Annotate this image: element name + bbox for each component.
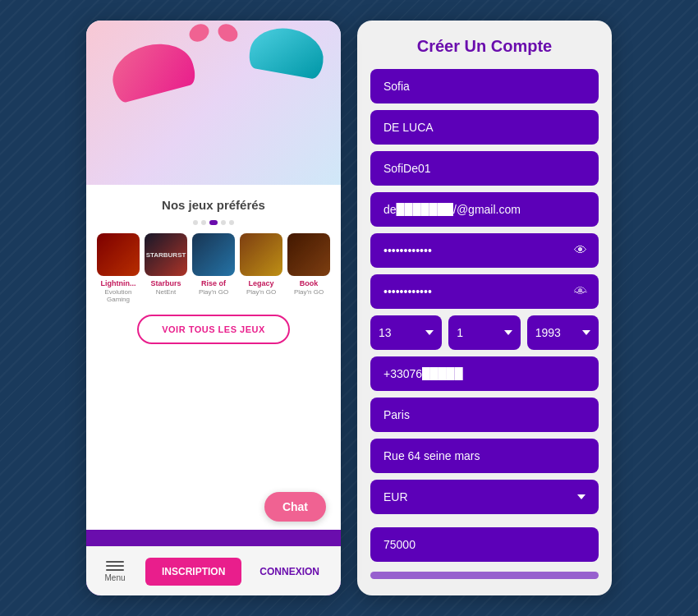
first-name-field (370, 69, 599, 103)
game-provider-3: Play'n GO (199, 288, 228, 296)
phone-input[interactable] (370, 356, 599, 391)
last-name-field (370, 110, 599, 145)
address-field (370, 439, 599, 473)
password-field: 👁 (370, 233, 599, 268)
game-provider-1: Evolution Gaming (97, 288, 140, 303)
email-input[interactable] (370, 192, 599, 227)
password-confirm-field: 👁 (370, 274, 599, 309)
menu-bar-3 (106, 569, 124, 571)
games-grid: Lightnin... Evolution Gaming STARBURST S… (99, 233, 328, 303)
section-title: Nos jeux préférés (99, 198, 328, 212)
hero-area (86, 21, 341, 185)
show-password-icon[interactable]: 👁 (574, 243, 587, 258)
currency-select[interactable]: EUR (370, 480, 599, 514)
game-thumb-book (287, 233, 330, 276)
game-thumb-rise (192, 233, 235, 276)
game-thumb-lightning (97, 233, 140, 276)
password-confirm-input[interactable] (370, 274, 599, 309)
dot-2 (201, 220, 206, 225)
dob-row: 13 1 1993 (370, 315, 599, 350)
form-title: Créer Un Compte (370, 37, 599, 56)
game-card-1[interactable]: Lightnin... Evolution Gaming (97, 233, 140, 303)
game-name-2: Starburs (150, 279, 181, 288)
menu-label: Menu (104, 573, 125, 582)
city-input[interactable] (370, 398, 599, 432)
ribbon-decoration (189, 25, 238, 57)
menu-button[interactable]: Menu (86, 554, 144, 589)
inscription-button[interactable]: INSCRIPTION (145, 558, 241, 586)
last-name-input[interactable] (370, 110, 599, 145)
dot-5 (229, 220, 234, 225)
chat-button[interactable]: Chat (264, 492, 326, 522)
bottom-bar: Menu INSCRIPTION CONNEXION (86, 546, 341, 595)
menu-bar-1 (106, 561, 124, 563)
game-card-3[interactable]: Rise of Play'n GO (192, 233, 235, 303)
game-card-5[interactable]: Book Play'n GO (287, 233, 330, 303)
currency-field: EUR (370, 480, 599, 521)
game-name-5: Book (300, 279, 319, 288)
game-name-3: Rise of (201, 279, 226, 288)
dob-day-select[interactable]: 13 (370, 315, 442, 350)
shoe-pink-decoration (106, 35, 198, 104)
city-field (370, 398, 599, 432)
address-input[interactable] (370, 439, 599, 473)
game-provider-4: Play'n GO (246, 288, 276, 296)
username-input[interactable] (370, 151, 599, 186)
dob-month-select[interactable]: 1 (448, 315, 520, 350)
auth-buttons: INSCRIPTION CONNEXION (144, 558, 341, 586)
phone-field (370, 356, 599, 391)
game-name-1: Lightnin... (101, 279, 136, 288)
game-provider-2: NetEnt (156, 288, 176, 296)
game-thumb-starburst: STARBURST (145, 233, 187, 276)
shoe-teal-decoration (247, 23, 328, 80)
game-thumb-legacy (240, 233, 282, 276)
password-input[interactable] (370, 233, 599, 268)
submit-button-partial[interactable] (370, 572, 599, 579)
dot-1 (193, 220, 198, 225)
hide-password-icon[interactable]: 👁 (574, 284, 587, 299)
game-name-4: Legacy (248, 279, 273, 288)
postal-input[interactable] (370, 527, 599, 562)
dot-4 (221, 220, 226, 225)
left-panel: Nos jeux préférés Lightnin... Evolution … (86, 21, 341, 595)
games-section: Nos jeux préférés Lightnin... Evolution … (86, 185, 341, 530)
menu-bar-2 (106, 565, 124, 567)
game-card-2[interactable]: STARBURST Starburs NetEnt (145, 233, 187, 303)
connexion-button[interactable]: CONNEXION (248, 558, 331, 586)
voir-tous-button[interactable]: VOIR TOUS LES JEUX (137, 315, 290, 344)
game-provider-5: Play'n GO (294, 288, 324, 296)
username-field (370, 151, 599, 186)
first-name-input[interactable] (370, 69, 599, 103)
game-card-4[interactable]: Legacy Play'n GO (240, 233, 282, 303)
email-field (370, 192, 599, 227)
carousel-dots (99, 220, 328, 225)
dob-year-select[interactable]: 1993 (527, 315, 599, 350)
postal-field (370, 527, 599, 562)
right-panel: Créer Un Compte 👁 👁 13 1 1993 (357, 21, 612, 595)
dot-3 (209, 220, 218, 225)
